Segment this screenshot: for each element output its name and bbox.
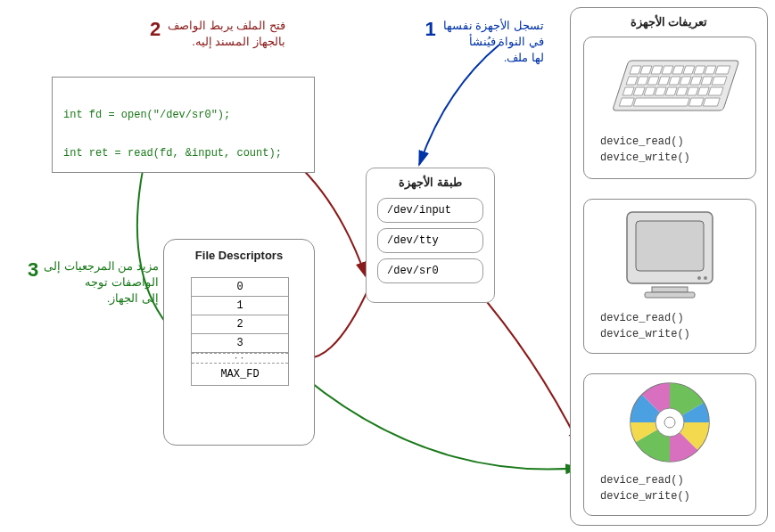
device-monitor: device_read() device_write() xyxy=(583,199,756,354)
step-3-num: 3 xyxy=(28,258,38,282)
devices-panel: تعريفات الأجهزة device_read() device_wri… xyxy=(570,7,768,526)
device-layer-item-0: /dev/input xyxy=(377,198,483,223)
monitor-api-read: device_read() xyxy=(584,310,755,326)
code-box: int fd = open("/dev/sr0"); int ret = rea… xyxy=(52,77,315,173)
svg-rect-18 xyxy=(712,77,727,85)
svg-rect-29 xyxy=(633,98,689,106)
step-3-text: مزيد من المرجعيات إلى الواصفات توجه إلى … xyxy=(44,258,159,307)
svg-rect-31 xyxy=(703,98,720,106)
fd-row-3: 3 xyxy=(192,334,288,353)
step-2: فتح الملف يربط الواصف بالجهاز المسند إلي… xyxy=(107,18,285,50)
arrow-step2c xyxy=(473,285,580,446)
device-cd: device_read() device_write() xyxy=(583,373,756,516)
devices-panel-title: تعريفات الأجهزة xyxy=(571,8,767,36)
fd-row-dots: ·· xyxy=(192,353,288,364)
svg-point-40 xyxy=(664,417,675,428)
code-line-2: int ret = read(fd, &input, count); xyxy=(63,147,282,160)
monitor-api-write: device_write() xyxy=(584,326,755,342)
svg-rect-28 xyxy=(619,98,634,106)
file-descriptors-box: File Descriptors 0 1 2 3 ·· MAX_FD xyxy=(163,239,315,446)
keyboard-api-read: device_read() xyxy=(584,134,755,150)
fd-row-0: 0 xyxy=(192,278,288,297)
cd-icon xyxy=(616,376,723,469)
device-layer-box: طبقة الأجهزة /dev/input /dev/tty /dev/sr… xyxy=(366,168,495,303)
svg-point-37 xyxy=(697,276,701,280)
step-2-num: 2 xyxy=(150,18,161,41)
fd-row-max: MAX_FD xyxy=(192,364,288,385)
svg-rect-30 xyxy=(688,98,704,106)
svg-rect-35 xyxy=(645,292,695,298)
step-1: تسجل الأجهزة نفسها في النواة فيُنشأ لها … xyxy=(375,18,544,67)
step-1-text: تسجل الأجهزة نفسها في النواة فيُنشأ لها … xyxy=(443,18,544,67)
svg-rect-9 xyxy=(715,66,730,74)
cd-api-write: device_write() xyxy=(584,488,755,504)
fd-row-1: 1 xyxy=(192,297,288,315)
svg-rect-27 xyxy=(708,87,723,95)
keyboard-api-write: device_write() xyxy=(584,150,755,166)
device-keyboard: device_read() device_write() xyxy=(583,37,756,179)
svg-rect-33 xyxy=(636,221,704,271)
svg-point-36 xyxy=(704,276,707,280)
step-2-text: فتح الملف يربط الواصف بالجهاز المسند إلي… xyxy=(168,18,285,50)
file-descriptors-title: File Descriptors xyxy=(164,240,314,271)
fd-row-2: 2 xyxy=(192,315,288,334)
keyboard-icon xyxy=(594,41,746,130)
device-layer-item-2: /dev/sr0 xyxy=(377,258,483,283)
svg-rect-34 xyxy=(652,287,688,292)
device-layer-title: طبقة الأجهزة xyxy=(367,168,494,192)
step-3: مزيد من المرجعيات إلى الواصفات توجه إلى … xyxy=(7,258,159,307)
cd-api-read: device_read() xyxy=(584,472,755,488)
arrow-step3b xyxy=(285,361,580,470)
fd-table: 0 1 2 3 ·· MAX_FD xyxy=(191,277,289,386)
device-layer-item-1: /dev/tty xyxy=(377,228,483,253)
code-line-1: int fd = open("/dev/sr0"); xyxy=(63,109,230,121)
monitor-icon xyxy=(607,201,732,307)
step-1-num: 1 xyxy=(425,18,436,41)
